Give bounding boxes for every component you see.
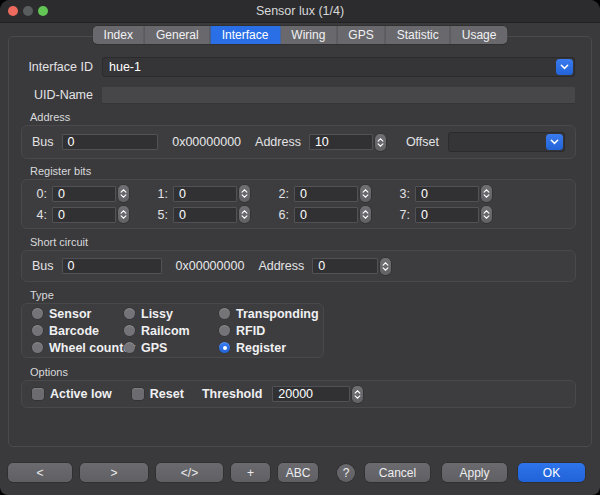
next-button[interactable]: > <box>80 463 148 482</box>
offset-dropdown-button[interactable] <box>546 134 563 150</box>
code-button[interactable]: </> <box>156 463 223 482</box>
radio-lissy[interactable]: Lissy <box>124 307 219 321</box>
register-bit-0: 0: 0 <box>32 185 129 202</box>
interface-id-combobox[interactable]: hue-1 <box>102 57 575 77</box>
bit-1-label: 1: <box>153 187 168 201</box>
tab-index[interactable]: Index <box>93 26 145 44</box>
radio-barcode-label: Barcode <box>49 324 99 338</box>
bit-0-value: 0 <box>58 187 65 201</box>
bit-2-input[interactable]: 0 <box>294 186 358 202</box>
zoom-window-button[interactable] <box>38 6 48 16</box>
radio-transponding[interactable]: Transponding <box>219 307 319 321</box>
threshold-input[interactable]: 20000 <box>272 386 350 402</box>
previous-button[interactable]: < <box>8 463 72 482</box>
radio-register[interactable]: Register <box>219 341 319 355</box>
chevron-up-icon <box>377 138 384 142</box>
chevron-up-icon <box>120 189 127 193</box>
address-stepper[interactable] <box>375 134 386 151</box>
offset-combobox[interactable] <box>448 132 565 152</box>
short-bus-input[interactable]: 0 <box>62 258 162 274</box>
register-bit-6: 6: 0 <box>274 206 371 223</box>
bit-1-input[interactable]: 0 <box>173 186 237 202</box>
chevron-up-icon <box>362 189 369 193</box>
radio-gps[interactable]: GPS <box>124 341 219 355</box>
ok-button[interactable]: OK <box>518 463 585 482</box>
tab-statistic[interactable]: Statistic <box>386 26 451 44</box>
apply-button[interactable]: Apply <box>442 463 507 482</box>
address-group: Bus 0 0x00000000 Address 10 Offset <box>21 125 576 159</box>
interface-id-dropdown-button[interactable] <box>556 59 573 75</box>
tab-usage[interactable]: Usage <box>451 26 508 44</box>
uid-name-input[interactable] <box>102 87 575 104</box>
bit-2-stepper[interactable] <box>360 185 371 202</box>
type-group: Sensor Lissy Transponding Barcode <box>21 303 324 358</box>
tab-interface[interactable]: Interface <box>211 26 281 44</box>
bus-value: 0 <box>68 135 75 149</box>
tab-bar: Index General Interface Wiring GPS Stati… <box>93 26 508 44</box>
radio-icon[interactable] <box>219 342 230 353</box>
bit-6-stepper[interactable] <box>360 206 371 223</box>
active-low-checkbox[interactable] <box>32 388 44 400</box>
radio-wheel-counter[interactable]: Wheel counter <box>32 341 124 355</box>
bit-5-input[interactable]: 0 <box>173 207 237 223</box>
short-address-value: 0 <box>318 259 325 273</box>
chevron-up-icon <box>354 390 361 394</box>
chevron-up-icon <box>241 189 248 193</box>
bus-input[interactable]: 0 <box>62 134 159 150</box>
help-button[interactable]: ? <box>337 464 355 482</box>
bit-7-label: 7: <box>395 208 410 222</box>
tab-wiring[interactable]: Wiring <box>280 26 337 44</box>
cancel-button[interactable]: Cancel <box>365 463 430 482</box>
bit-5-stepper[interactable] <box>239 206 250 223</box>
bit-6-input[interactable]: 0 <box>294 207 358 223</box>
radio-barcode[interactable]: Barcode <box>32 324 124 338</box>
bit-0-stepper[interactable] <box>118 185 129 202</box>
bit-6-label: 6: <box>274 208 289 222</box>
radio-icon[interactable] <box>124 308 135 319</box>
bit-7-input[interactable]: 0 <box>415 207 479 223</box>
radio-icon[interactable] <box>32 308 43 319</box>
address-label: Address <box>255 135 301 149</box>
reset-checkbox[interactable] <box>132 388 144 400</box>
radio-icon[interactable] <box>124 342 135 353</box>
tab-general[interactable]: General <box>145 26 211 44</box>
short-address-input[interactable]: 0 <box>312 258 378 274</box>
bit-3-stepper[interactable] <box>481 185 492 202</box>
chevron-up-icon <box>362 210 369 214</box>
bit-7-value: 0 <box>421 208 428 222</box>
radio-sensor[interactable]: Sensor <box>32 307 124 321</box>
chevron-up-icon <box>241 210 248 214</box>
chevron-down-icon <box>241 194 248 198</box>
chevron-down-icon <box>241 215 248 219</box>
bit-4-input[interactable]: 0 <box>52 207 116 223</box>
radio-icon[interactable] <box>32 342 43 353</box>
radio-icon[interactable] <box>32 325 43 336</box>
radio-rfid[interactable]: RFID <box>219 324 319 338</box>
register-bit-5: 5: 0 <box>153 206 250 223</box>
chevron-down-icon <box>120 215 127 219</box>
chevron-down-icon <box>377 143 384 147</box>
add-button[interactable]: + <box>231 463 270 482</box>
radio-icon[interactable] <box>219 308 230 319</box>
radio-register-label: Register <box>236 341 286 355</box>
short-hex-readout: 0x00000000 <box>176 259 245 273</box>
bit-5-label: 5: <box>153 208 168 222</box>
bit-4-stepper[interactable] <box>118 206 129 223</box>
options-group: Active low Reset Threshold 20000 <box>21 380 576 408</box>
bit-7-stepper[interactable] <box>481 206 492 223</box>
close-window-button[interactable] <box>8 6 18 16</box>
uid-name-label: UID-Name <box>15 88 93 102</box>
radio-railcom[interactable]: Railcom <box>124 324 219 338</box>
bit-1-stepper[interactable] <box>239 185 250 202</box>
radio-icon[interactable] <box>219 325 230 336</box>
bit-0-input[interactable]: 0 <box>52 186 116 202</box>
tab-gps[interactable]: GPS <box>337 26 385 44</box>
register-bit-3: 3: 0 <box>395 185 492 202</box>
abc-button[interactable]: ABC <box>278 463 318 482</box>
short-circuit-group-title: Short circuit <box>21 236 576 249</box>
address-input[interactable]: 10 <box>309 134 373 150</box>
bit-3-input[interactable]: 0 <box>415 186 479 202</box>
threshold-stepper[interactable] <box>352 386 363 403</box>
radio-icon[interactable] <box>124 325 135 336</box>
short-address-stepper[interactable] <box>380 258 391 275</box>
